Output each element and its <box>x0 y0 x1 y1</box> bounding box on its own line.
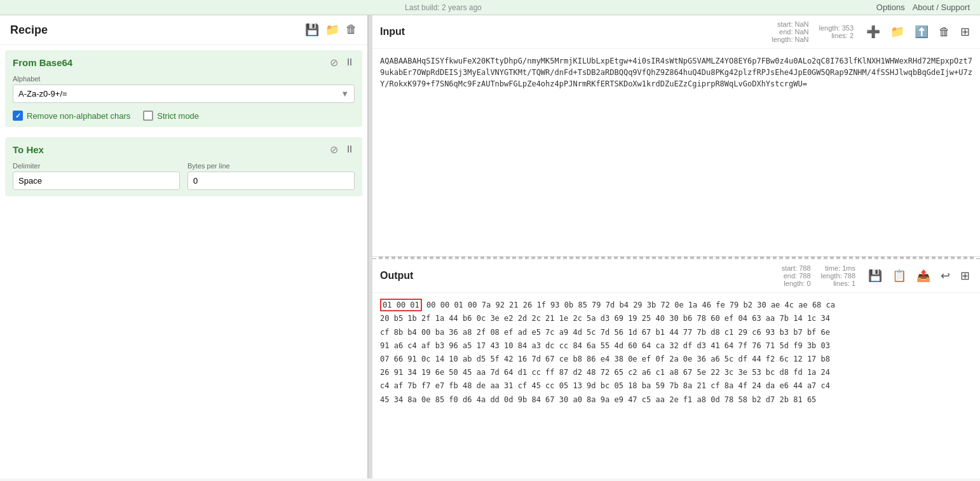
recipe-title: Recipe <box>10 24 48 37</box>
remove-nonalpha-checkbox[interactable]: ✓ Remove non-alphabet chars <box>13 111 130 121</box>
output-line-8: 45 34 8a 0e 85 f0 d6 4a dd 0d 9b 84 67 3… <box>380 394 972 406</box>
options-button[interactable]: Options <box>876 3 905 12</box>
input-title: Input <box>380 26 405 37</box>
input-length-stat: length: 353 <box>819 24 854 32</box>
from-base64-block: From Base64 ⊘ ⏸ Alphabet A-Za-z0-9+/= ▼ <box>5 50 362 127</box>
input-header: Input start: NaN end: NaN length: NaN le… <box>372 15 980 49</box>
output-line-6: 26 91 34 19 6e 50 45 aa 7d 64 d1 cc ff 8… <box>380 367 972 379</box>
output-position-meta: start: 788 end: 788 length: 0 <box>782 264 811 287</box>
output-line-5: 07 66 91 0c 14 10 ab d5 5f 42 16 7d 67 c… <box>380 353 972 365</box>
input-clear-button[interactable]: 🗑 <box>936 24 953 40</box>
alphabet-field-group: Alphabet A-Za-z0-9+/= ▼ <box>13 75 355 103</box>
output-start-meta: start: 788 <box>782 264 811 272</box>
top-bar: Last build: 2 years ago Options About / … <box>0 0 980 15</box>
to-hex-pause-button[interactable]: ⏸ <box>344 144 355 156</box>
output-line-2: 20 b5 1b 2f 1a 44 b6 0c 3e e2 2d 2c 21 1… <box>380 313 972 325</box>
about-button[interactable]: About / Support <box>913 3 970 12</box>
input-expand-button[interactable]: ⊞ <box>958 24 972 40</box>
alphabet-value: A-Za-z0-9+/= <box>18 89 67 98</box>
output-lines-stat: lines: 1 <box>833 280 855 287</box>
save-recipe-button[interactable]: 💾 <box>305 23 319 37</box>
delimiter-value: Space <box>18 176 42 186</box>
to-hex-header: To Hex ⊘ ⏸ <box>13 144 355 156</box>
from-base64-header: From Base64 ⊘ ⏸ <box>13 57 355 69</box>
top-bar-right: Options About / Support <box>876 3 970 12</box>
check-icon: ✓ <box>15 112 21 120</box>
delimiter-field-group: Delimiter Space <box>13 162 180 190</box>
input-actions: ➕ 📁 ⬆️ 🗑 ⊞ <box>864 24 972 40</box>
output-line-3: cf 8b b4 00 ba 36 a8 2f 08 ef ad e5 7c a… <box>380 327 972 339</box>
output-line-1-rest: 00 00 01 00 7a 92 21 26 1f 93 0b 85 79 7… <box>426 301 835 309</box>
output-end-meta: end: 788 <box>784 272 811 280</box>
strict-mode-label: Strict mode <box>157 111 199 121</box>
output-meta-row: start: 788 end: 788 length: 0 time: 1ms … <box>782 264 972 287</box>
input-open-button[interactable]: 📁 <box>888 24 907 40</box>
left-panel: Recipe 💾 📁 🗑 From Base64 ⊘ ⏸ Alphabet A-… <box>0 15 369 478</box>
output-line-1: 01 00 01 00 00 01 00 7a 92 21 26 1f 93 0… <box>380 299 972 311</box>
delimiter-label: Delimiter <box>13 162 180 170</box>
right-panel: Input start: NaN end: NaN length: NaN le… <box>372 15 980 478</box>
main-layout: Recipe 💾 📁 🗑 From Base64 ⊘ ⏸ Alphabet A-… <box>0 15 980 478</box>
input-length-meta: length: NaN <box>772 36 808 43</box>
output-undo-button[interactable]: ↩ <box>938 268 953 284</box>
to-hex-title: To Hex <box>13 144 44 155</box>
remove-nonalpha-label: Remove non-alphabet chars <box>27 111 130 121</box>
input-start-meta: start: NaN <box>777 20 809 28</box>
recipe-header: Recipe 💾 📁 🗑 <box>0 15 367 45</box>
highlighted-hex-bytes: 01 00 01 <box>380 299 422 311</box>
bytes-per-line-label: Bytes per line <box>187 162 355 170</box>
strict-mode-checkbox[interactable]: Strict mode <box>143 111 199 121</box>
input-end-meta: end: NaN <box>779 28 808 36</box>
output-actions: 💾 📋 📤 ↩ ⊞ <box>866 268 972 284</box>
input-section: Input start: NaN end: NaN length: NaN le… <box>372 15 980 257</box>
from-base64-disable-button[interactable]: ⊘ <box>330 57 338 69</box>
hex-fields-row: Delimiter Space Bytes per line 0 <box>13 162 355 190</box>
input-meta-row: start: NaN end: NaN length: NaN length: … <box>772 20 972 43</box>
output-expand-button[interactable]: ⊞ <box>958 268 972 284</box>
input-position-meta: start: NaN end: NaN length: NaN <box>772 20 808 43</box>
output-stats-meta: time: 1ms length: 788 lines: 1 <box>821 264 855 287</box>
bytes-per-line-value: 0 <box>193 176 198 186</box>
input-content[interactable]: AQABAABAHqSISYfkwuFeX20KTtyDhpG/nmyMK5Mr… <box>372 49 980 256</box>
input-paste-button[interactable]: ⬆️ <box>912 24 931 40</box>
bytes-per-line-input[interactable]: 0 <box>187 172 355 190</box>
delimiter-input[interactable]: Space <box>13 172 180 190</box>
top-bar-center: Last build: 2 years ago <box>405 3 482 12</box>
input-text: AQABAABAHqSISYfkwuFeX20KTtyDhpG/nmyMK5Mr… <box>380 57 972 88</box>
bytes-per-line-field-group: Bytes per line 0 <box>187 162 355 190</box>
checkboxes-row: ✓ Remove non-alphabet chars Strict mode <box>13 111 355 121</box>
remove-nonalpha-box: ✓ <box>13 111 23 121</box>
strict-mode-box <box>143 111 153 121</box>
output-save-button[interactable]: 💾 <box>866 268 885 284</box>
to-hex-block: To Hex ⊘ ⏸ Delimiter Space Bytes per lin… <box>5 137 362 196</box>
to-hex-disable-button[interactable]: ⊘ <box>330 144 338 156</box>
output-length-chars-meta: length: 0 <box>784 280 810 287</box>
output-content: 01 00 01 00 00 01 00 7a 92 21 26 1f 93 0… <box>372 293 980 478</box>
alphabet-dropdown-icon: ▼ <box>341 89 349 98</box>
recipe-toolbar: 💾 📁 🗑 <box>305 23 357 37</box>
input-add-button[interactable]: ➕ <box>864 24 883 40</box>
from-base64-title: From Base64 <box>13 57 72 68</box>
alphabet-label: Alphabet <box>13 75 355 83</box>
output-copy-button[interactable]: 📋 <box>890 268 909 284</box>
output-time-stat: time: 1ms <box>825 264 855 272</box>
input-stats-meta: length: 353 lines: 2 <box>819 24 854 39</box>
from-base64-controls: ⊘ ⏸ <box>330 57 355 69</box>
output-length-stat: length: 788 <box>821 272 855 280</box>
from-base64-pause-button[interactable]: ⏸ <box>344 57 355 69</box>
output-line-4: 91 a6 c4 af b3 96 a5 17 43 10 84 a3 dc c… <box>380 340 972 352</box>
output-send-to-input-button[interactable]: 📤 <box>914 268 933 284</box>
delete-recipe-button[interactable]: 🗑 <box>346 23 357 37</box>
output-header: Output start: 788 end: 788 length: 0 tim… <box>372 259 980 293</box>
open-recipe-button[interactable]: 📁 <box>325 23 339 37</box>
to-hex-controls: ⊘ ⏸ <box>330 144 355 156</box>
output-line-7: c4 af 7b f7 e7 fb 48 de aa 31 cf 45 cc 0… <box>380 380 972 392</box>
input-lines-stat: lines: 2 <box>831 32 854 39</box>
output-section: Output start: 788 end: 788 length: 0 tim… <box>372 258 980 478</box>
alphabet-select[interactable]: A-Za-z0-9+/= ▼ <box>13 85 355 103</box>
output-title: Output <box>380 270 413 281</box>
